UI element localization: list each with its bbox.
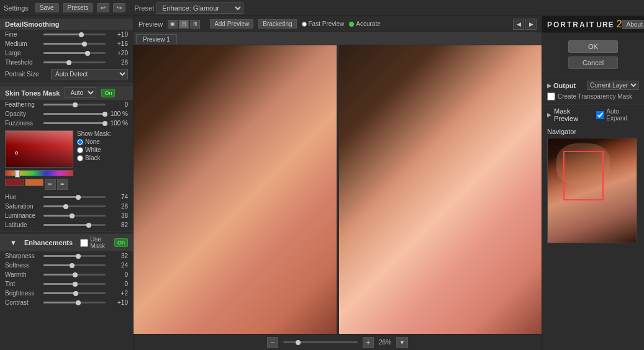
latitude-value: 82 bbox=[108, 222, 128, 228]
next-arrow[interactable]: ▶ bbox=[525, 19, 537, 30]
medium-slider[interactable] bbox=[43, 43, 106, 45]
zoom-in-button[interactable]: + bbox=[363, 337, 374, 348]
contrast-slider[interactable] bbox=[43, 302, 106, 303]
sharpness-slider[interactable] bbox=[43, 255, 106, 257]
color-swatch-dark[interactable] bbox=[5, 179, 24, 186]
brightness-thumb[interactable] bbox=[73, 291, 78, 296]
skin-tones-auto-select[interactable]: Auto bbox=[65, 88, 96, 98]
show-mask-black[interactable]: Black bbox=[77, 155, 111, 161]
threshold-slider-row: Threshold 28 bbox=[0, 58, 133, 67]
contrast-fill bbox=[43, 302, 78, 303]
fuzziness-thumb[interactable] bbox=[102, 121, 107, 126]
zoom-thumb[interactable] bbox=[296, 340, 301, 345]
zoom-slider[interactable] bbox=[283, 341, 358, 343]
main-layout: DetailSmoothing Fine +10 Medium +16 Larg… bbox=[0, 16, 644, 350]
large-slider[interactable] bbox=[43, 52, 106, 54]
luminance-fill bbox=[43, 215, 71, 217]
warmth-slider[interactable] bbox=[43, 274, 106, 276]
bracketing-button[interactable]: Bracketing bbox=[258, 19, 296, 29]
color-gradient-inner bbox=[6, 131, 73, 167]
cancel-button[interactable]: Cancel bbox=[568, 56, 618, 69]
saturation-slider[interactable] bbox=[43, 205, 106, 207]
redo-button[interactable]: ↪ bbox=[113, 3, 125, 12]
threshold-slider[interactable] bbox=[43, 61, 106, 63]
enhancements-title: Enhancements bbox=[24, 239, 73, 246]
sharpness-thumb[interactable] bbox=[76, 254, 81, 259]
large-thumb[interactable] bbox=[85, 51, 90, 56]
undo-button[interactable]: ↩ bbox=[97, 3, 109, 12]
threshold-thumb[interactable] bbox=[66, 60, 71, 65]
contrast-thumb[interactable] bbox=[76, 300, 81, 305]
softness-label: Softness bbox=[5, 262, 41, 269]
tint-value: 0 bbox=[108, 280, 128, 287]
navigator-red-box[interactable] bbox=[563, 151, 604, 200]
zoom-dropdown-button[interactable]: ▼ bbox=[396, 337, 408, 348]
hue-thumb[interactable] bbox=[76, 195, 81, 200]
portrait-size-select[interactable]: Auto Detect bbox=[51, 69, 128, 79]
preview-tab-1[interactable]: Preview 1 bbox=[136, 34, 177, 45]
color-dot[interactable] bbox=[15, 151, 18, 155]
warmth-thumb[interactable] bbox=[73, 272, 78, 277]
show-mask-none[interactable]: None bbox=[77, 138, 111, 145]
color-bar-thumb[interactable] bbox=[15, 170, 20, 177]
top-right-buttons: About Help bbox=[622, 20, 644, 29]
hue-slider[interactable] bbox=[43, 196, 106, 198]
color-gradient[interactable] bbox=[5, 130, 73, 168]
view-single-icon[interactable]: ▣ bbox=[168, 20, 178, 29]
eyedropper-add-button[interactable]: ✏ bbox=[45, 179, 56, 190]
presets-button[interactable]: Presets bbox=[63, 3, 94, 12]
add-preview-button[interactable]: Add Preview bbox=[210, 19, 253, 29]
preset-select[interactable]: Enhance: Glamour bbox=[156, 2, 243, 14]
show-mask-black-radio[interactable] bbox=[77, 155, 83, 161]
opacity-thumb[interactable] bbox=[102, 112, 107, 117]
view-grid-icon[interactable]: ⊞ bbox=[190, 20, 200, 29]
threshold-value: 28 bbox=[108, 59, 128, 66]
about-button[interactable]: About bbox=[622, 20, 644, 29]
fine-slider[interactable] bbox=[43, 34, 106, 35]
preview-before bbox=[134, 45, 337, 334]
ok-button[interactable]: OK bbox=[568, 40, 618, 53]
accurate-label: Accurate bbox=[356, 20, 380, 27]
latitude-thumb[interactable] bbox=[86, 223, 91, 228]
mask-preview-arrow: ▶ bbox=[547, 112, 551, 118]
saturation-thumb[interactable] bbox=[63, 204, 68, 209]
auto-expand-checkbox[interactable] bbox=[596, 111, 604, 119]
eyedropper-remove-button[interactable]: ✒ bbox=[57, 179, 68, 190]
show-mask-white[interactable]: White bbox=[77, 146, 111, 153]
opacity-slider[interactable] bbox=[43, 113, 106, 115]
save-button[interactable]: Save bbox=[35, 3, 59, 12]
softness-thumb[interactable] bbox=[70, 263, 75, 268]
fine-thumb[interactable] bbox=[79, 32, 84, 37]
softness-slider[interactable] bbox=[43, 264, 106, 266]
fuzziness-slider[interactable] bbox=[43, 122, 106, 124]
prev-arrow[interactable]: ◀ bbox=[513, 19, 524, 30]
brightness-slider[interactable] bbox=[43, 292, 106, 294]
luminance-slider[interactable] bbox=[43, 215, 106, 217]
color-swatch-light[interactable] bbox=[25, 179, 43, 186]
transparency-checkbox[interactable] bbox=[547, 92, 555, 101]
enhancements-on-badge[interactable]: On bbox=[114, 238, 128, 247]
show-mask-none-radio[interactable] bbox=[77, 139, 83, 145]
contrast-value: +10 bbox=[108, 299, 128, 306]
feathering-thumb[interactable] bbox=[73, 102, 78, 107]
portraiture-version: 2 bbox=[617, 19, 622, 30]
show-mask-white-radio[interactable] bbox=[77, 147, 83, 153]
opacity-value: 100 % bbox=[108, 110, 128, 117]
enhancements-header: ▼ Enhancements Use Mask On bbox=[0, 234, 133, 251]
luminance-value: 38 bbox=[108, 212, 128, 219]
luminance-thumb[interactable] bbox=[70, 213, 75, 218]
tint-thumb[interactable] bbox=[73, 282, 78, 287]
medium-thumb[interactable] bbox=[82, 42, 87, 47]
tint-slider[interactable] bbox=[43, 283, 106, 285]
fast-preview-label: Fast Preview bbox=[309, 20, 345, 27]
color-bar[interactable] bbox=[5, 170, 73, 176]
preview-header: Preview ▣ ⊟ ⊞ Add Preview Bracketing Fas… bbox=[134, 16, 542, 32]
view-split-icon[interactable]: ⊟ bbox=[179, 20, 189, 29]
zoom-out-button[interactable]: − bbox=[267, 337, 278, 348]
large-slider-row: Large +20 bbox=[0, 48, 133, 58]
use-mask-checkbox[interactable] bbox=[80, 239, 88, 247]
output-layer-select[interactable]: Current Layer bbox=[587, 81, 639, 90]
latitude-slider[interactable] bbox=[43, 224, 106, 226]
feathering-slider[interactable] bbox=[43, 104, 106, 105]
skin-tones-on-badge[interactable]: On bbox=[101, 89, 115, 97]
